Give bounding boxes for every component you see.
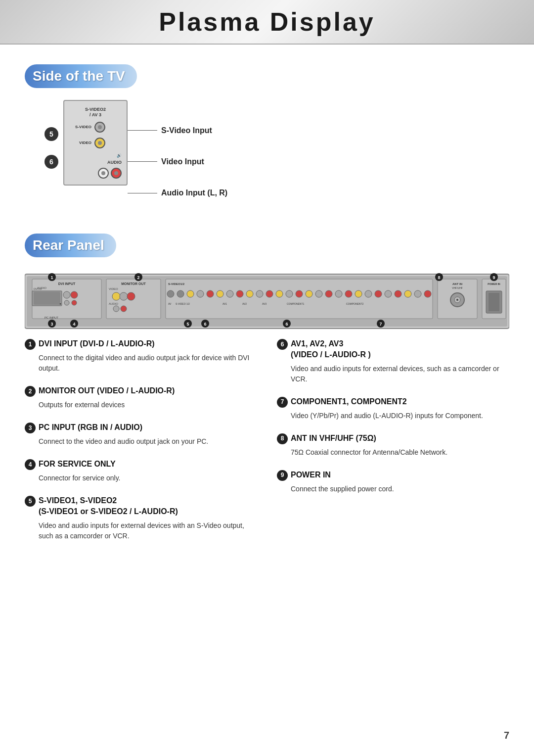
desc-item-3: 3 PC INPUT (RGB IN / AUDIO) Connect to t… bbox=[25, 422, 257, 447]
label-line-1 bbox=[128, 130, 157, 131]
connector-inner bbox=[98, 125, 102, 129]
svg-text:8: 8 bbox=[438, 275, 440, 280]
svideo-row: S-VIDEO bbox=[69, 122, 122, 133]
desc-body-6: Video and audio inputs for external devi… bbox=[291, 364, 509, 384]
main-content: Side of the TV 5 6 S-VIDEO2/ AV 3 S-VIDE… bbox=[0, 45, 534, 593]
svg-point-43 bbox=[315, 290, 322, 297]
svg-point-19 bbox=[120, 292, 128, 300]
desc-num-5: 5 bbox=[25, 496, 36, 507]
video-row: VIDEO bbox=[69, 138, 122, 148]
page-title: Plasma Display bbox=[159, 7, 375, 37]
label-line-3 bbox=[128, 193, 157, 193]
page-header: Plasma Display bbox=[0, 0, 534, 45]
svg-point-53 bbox=[414, 290, 421, 297]
svg-point-46 bbox=[345, 290, 352, 297]
desc-num-2: 2 bbox=[25, 386, 36, 397]
desc-item-4: 4 FOR SERVICE ONLY Connector for service… bbox=[25, 459, 257, 483]
video-label: VIDEO bbox=[69, 141, 91, 145]
side-panel-container: 5 6 S-VIDEO2/ AV 3 S-VIDEO VIDE bbox=[44, 100, 509, 209]
svg-point-37 bbox=[256, 290, 263, 297]
side-labels: S-Video Input Video Input Audio Input (L… bbox=[128, 100, 227, 209]
svg-text:VHF/UHF: VHF/UHF bbox=[452, 286, 463, 289]
svg-text:COMPONENT1: COMPONENT1 bbox=[287, 302, 305, 305]
desc-item-2: 2 MONITOR OUT (VIDEO / L-AUDIO-R) Output… bbox=[25, 385, 257, 410]
desc-title-8: 8 ANT IN VHF/UHF (75Ω) bbox=[277, 433, 509, 444]
svg-text:S-VIDEO1/2: S-VIDEO1/2 bbox=[168, 283, 185, 285]
desc-body-4: Connector for service only. bbox=[39, 473, 257, 483]
audio-l-connector bbox=[98, 168, 109, 179]
svg-point-30 bbox=[187, 290, 194, 297]
svg-text:2: 2 bbox=[137, 275, 139, 280]
svg-point-31 bbox=[197, 290, 204, 297]
desc-title-5-line1: S-VIDEO1, S-VIDEO2 bbox=[39, 495, 178, 506]
svg-point-44 bbox=[325, 290, 332, 297]
desc-title-9: 9 POWER IN bbox=[277, 470, 509, 481]
svg-point-8 bbox=[63, 291, 70, 298]
desc-title-8-text: ANT IN VHF/UHF (75Ω) bbox=[291, 433, 376, 444]
svg-point-28 bbox=[167, 290, 174, 297]
svg-text:1: 1 bbox=[50, 275, 53, 280]
svg-point-51 bbox=[395, 290, 401, 297]
desc-title-4: 4 FOR SERVICE ONLY bbox=[25, 459, 257, 470]
svg-point-45 bbox=[335, 290, 342, 297]
svideo-label-row: S-Video Input bbox=[128, 126, 227, 135]
svg-text:ANT IN: ANT IN bbox=[452, 283, 462, 285]
desc-body-8: 75Ω Coaxial connector for Antenna/Cable … bbox=[291, 447, 509, 458]
svg-point-54 bbox=[424, 290, 431, 297]
svideo-input-label: S-Video Input bbox=[161, 126, 212, 135]
svg-point-9 bbox=[71, 291, 78, 298]
svg-point-22 bbox=[113, 306, 119, 312]
desc-item-8: 8 ANT IN VHF/UHF (75Ω) 75Ω Coaxial conne… bbox=[277, 433, 509, 458]
desc-item-1: 1 DVI INPUT (DVI-D / L-AUDIO-R) Connect … bbox=[25, 338, 257, 374]
svg-text:3: 3 bbox=[50, 322, 53, 327]
page-number: 7 bbox=[504, 730, 509, 741]
side-section-heading: Side of the TV bbox=[25, 64, 137, 88]
audio-connectors bbox=[98, 168, 122, 179]
audio-label-text: AUDIO bbox=[107, 160, 122, 165]
svg-point-36 bbox=[246, 290, 253, 297]
svg-point-12 bbox=[72, 300, 77, 305]
svg-text:AV2: AV2 bbox=[242, 302, 247, 305]
desc-num-3: 3 bbox=[25, 423, 36, 433]
svg-text:MONITOR OUT: MONITOR OUT bbox=[121, 282, 146, 285]
svg-point-11 bbox=[64, 300, 69, 305]
svideo-label: S-VIDEO bbox=[69, 125, 91, 129]
video-input-label: Video Input bbox=[161, 157, 204, 166]
label-line-2 bbox=[128, 161, 157, 162]
desc-title-6-line2: (VIDEO / L-AUDIO-R ) bbox=[291, 349, 371, 360]
svg-point-41 bbox=[296, 290, 303, 297]
desc-item-5: 5 S-VIDEO1, S-VIDEO2 (S-VIDEO1 or S-VIDE… bbox=[25, 495, 257, 541]
svg-point-52 bbox=[404, 290, 411, 297]
svg-point-29 bbox=[177, 290, 184, 297]
desc-item-9: 9 POWER IN Connect the supplied power co… bbox=[277, 470, 509, 494]
connector-inner-4 bbox=[114, 171, 118, 175]
svg-text:COMPONENT2: COMPONENT2 bbox=[346, 302, 364, 305]
audio-r-connector bbox=[111, 168, 122, 179]
svg-text:●: ● bbox=[59, 302, 61, 305]
desc-item-6: 6 AV1, AV2, AV3 (VIDEO / L-AUDIO-R ) Vid… bbox=[277, 338, 509, 384]
svg-point-49 bbox=[375, 290, 382, 297]
side-heading-text: Side of the TV bbox=[33, 68, 125, 84]
desc-title-7: 7 COMPONENT1, COMPONENT2 bbox=[277, 396, 509, 408]
svg-point-40 bbox=[286, 290, 293, 297]
svg-rect-26 bbox=[166, 279, 433, 319]
video-connector bbox=[94, 138, 105, 148]
video-label-row: Video Input bbox=[128, 157, 227, 166]
svg-text:5: 5 bbox=[186, 322, 189, 327]
desc-num-6: 6 bbox=[277, 339, 288, 350]
badge-5: 5 bbox=[44, 127, 58, 141]
panel-label: S-VIDEO2/ AV 3 bbox=[69, 107, 122, 118]
svg-point-35 bbox=[236, 290, 243, 297]
svg-point-20 bbox=[127, 292, 135, 300]
svg-text:7: 7 bbox=[379, 322, 382, 327]
svg-point-32 bbox=[207, 290, 214, 297]
desc-num-9: 9 bbox=[277, 470, 288, 481]
connector-inner-2 bbox=[98, 141, 102, 145]
svg-text:6: 6 bbox=[285, 322, 288, 327]
svg-text:AV: AV bbox=[168, 302, 172, 305]
desc-title-2: 2 MONITOR OUT (VIDEO / L-AUDIO-R) bbox=[25, 385, 257, 397]
side-num-badges: 5 6 bbox=[44, 100, 58, 169]
svg-point-48 bbox=[365, 290, 372, 297]
desc-title-5: 5 S-VIDEO1, S-VIDEO2 (S-VIDEO1 or S-VIDE… bbox=[25, 495, 257, 518]
desc-body-5: Video and audio inputs for external devi… bbox=[39, 520, 257, 541]
